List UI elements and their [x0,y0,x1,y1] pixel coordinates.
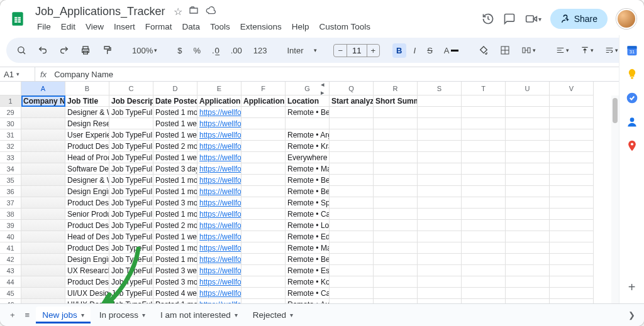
cell[interactable] [242,186,286,197]
cell[interactable]: Remote • Krak [286,141,330,152]
row-header-33[interactable]: 33 [0,152,21,163]
cell[interactable] [506,129,550,141]
contacts-icon[interactable] [626,116,638,128]
cell[interactable] [462,163,506,175]
cell[interactable]: Posted 3 week [153,265,197,276]
zoom-dropdown[interactable]: 100% ▾ [128,43,161,58]
cell[interactable] [506,107,550,118]
application-link[interactable]: https://wellfoun [199,221,242,230]
cell[interactable]: Remote • Malta [286,163,330,175]
cell[interactable]: https://wellfoun [197,265,242,276]
cell[interactable]: Designer & We [65,107,109,118]
currency-icon[interactable]: $ [174,43,186,58]
cell[interactable]: UI/UX Designe [65,288,109,299]
cell[interactable]: Posted 1 week [153,118,197,129]
cell[interactable] [550,288,594,299]
cell[interactable] [462,129,506,141]
cell[interactable]: Job TypeFull T [109,220,153,231]
cell[interactable] [330,118,374,129]
col-header-C[interactable]: C [109,82,153,95]
cell[interactable] [330,209,374,220]
cell[interactable]: Remote • Koso [286,276,330,288]
cell[interactable]: https://wellfoun [197,220,242,231]
cell[interactable] [242,141,286,152]
cell[interactable]: Remote • Arge [286,129,330,141]
cell[interactable]: https://wellfoun [197,254,242,265]
row-header-1[interactable]: 1 [0,95,21,107]
cell[interactable]: Remote • Estor [286,265,330,276]
col-header-Q[interactable]: Q [330,82,374,95]
text-color-button[interactable]: A [440,43,463,58]
row-header-37[interactable]: 37 [0,197,21,209]
cell[interactable]: Head of Design [65,231,109,242]
cell[interactable]: Posted 2 montl [153,220,197,231]
application-link[interactable]: https://wellfoun [199,266,242,275]
application-link[interactable]: https://wellfoun [199,142,242,151]
cell[interactable] [242,163,286,175]
cell[interactable]: https://wellfoun [197,152,242,163]
cell[interactable] [418,242,462,254]
row-header-39[interactable]: 39 [0,220,21,231]
application-link[interactable]: https://wellfoun [199,244,242,253]
row-header-36[interactable]: 36 [0,186,21,197]
redo-icon[interactable] [55,43,73,58]
cell[interactable] [330,163,374,175]
share-button[interactable]: Share [550,9,608,29]
cell[interactable] [374,254,418,265]
cell[interactable] [462,288,506,299]
all-sheets-button[interactable]: ≡ [21,307,34,323]
cell[interactable]: Job TypeFull T [109,141,153,152]
cell[interactable]: Posted 1 montl [153,186,197,197]
header-cell[interactable] [462,95,506,107]
cell[interactable] [506,197,550,209]
cell[interactable]: Product Design [65,197,109,209]
increase-font-icon[interactable]: + [367,45,380,57]
row-header-43[interactable]: 43 [0,265,21,276]
cell[interactable] [21,152,65,163]
merge-cells-button[interactable]: ▾ [518,43,540,58]
row-header-31[interactable]: 31 [0,129,21,141]
cell[interactable] [374,152,418,163]
cell[interactable] [506,276,550,288]
row-header-29[interactable]: 29 [0,107,21,118]
comments-icon[interactable] [503,13,516,25]
column-split-indicator[interactable]: ◂ ▸ [321,82,328,95]
cell[interactable]: https://wellfoun [197,163,242,175]
cell[interactable] [21,197,65,209]
row-header-40[interactable]: 40 [0,231,21,242]
cell[interactable] [462,186,506,197]
cell[interactable] [462,209,506,220]
application-link[interactable]: https://wellfoun [199,176,242,185]
cell[interactable] [374,129,418,141]
italic-button[interactable]: I [410,43,420,58]
cell[interactable] [462,254,506,265]
menu-help[interactable]: Help [287,19,314,34]
row-header-34[interactable]: 34 [0,163,21,175]
cell[interactable] [418,186,462,197]
cell[interactable] [330,186,374,197]
cell[interactable]: Job TypeFull T [109,276,153,288]
cell[interactable] [242,209,286,220]
row-header-45[interactable]: 45 [0,288,21,299]
formula-bar[interactable]: Company Name [52,70,644,79]
sheet-tab-menu-icon[interactable]: ▾ [142,312,145,318]
cell[interactable] [506,175,550,186]
menu-insert[interactable]: Insert [109,19,140,34]
cell[interactable]: https://wellfoun [197,197,242,209]
header-cell[interactable]: Short Summary [374,95,418,107]
cell[interactable]: Posted 1 week [153,152,197,163]
cell[interactable]: Remote • Malta [286,242,330,254]
bold-button[interactable]: B [392,43,406,58]
cell[interactable]: Posted 1 montl [153,254,197,265]
cell[interactable] [374,107,418,118]
cell[interactable] [21,186,65,197]
cell[interactable] [418,141,462,152]
cell[interactable] [462,197,506,209]
cell[interactable] [550,107,594,118]
cell[interactable]: Software Deve [65,163,109,175]
cell[interactable] [550,254,594,265]
cell[interactable]: Job TypeFull T [109,209,153,220]
cell[interactable] [550,163,594,175]
strikethrough-button[interactable]: S [423,43,436,58]
print-icon[interactable] [77,43,94,58]
